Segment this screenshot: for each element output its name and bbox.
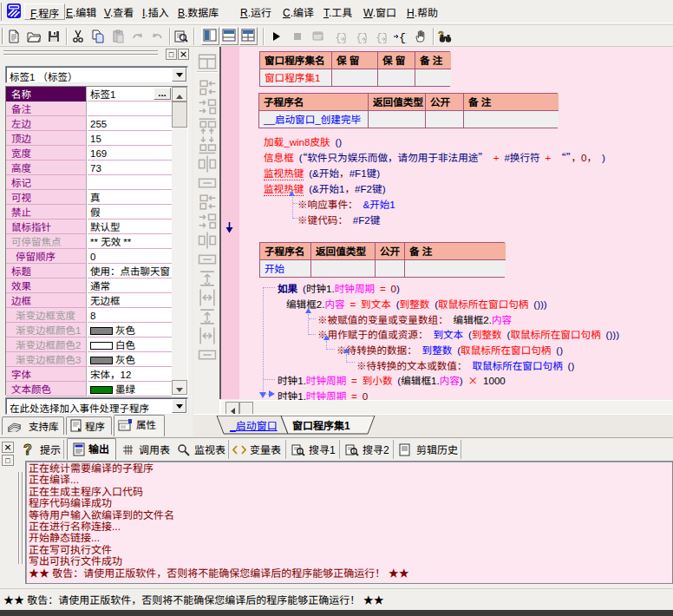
svg-text:{}: {} xyxy=(399,31,407,43)
svg-text:{}: {} xyxy=(356,31,367,43)
svg-text:{}: {} xyxy=(335,31,346,43)
svg-text:{}: {} xyxy=(376,31,387,43)
svg-text:?: ? xyxy=(23,442,32,457)
